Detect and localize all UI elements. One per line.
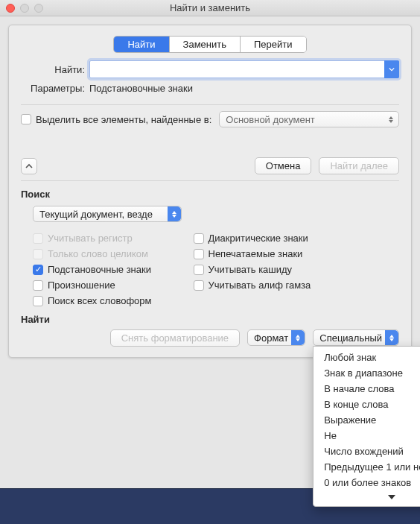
option-left-1: Только слово целиком bbox=[33, 248, 152, 259]
menu-more-icon[interactable] bbox=[314, 490, 420, 505]
option-left-0: Учитывать регистр bbox=[33, 233, 152, 244]
clear-formatting-button[interactable]: Снять форматирование bbox=[110, 329, 240, 347]
special-menu-item-0[interactable]: Любой знак bbox=[314, 350, 420, 365]
option-label: Произношение bbox=[48, 280, 115, 291]
mode-tabs: Найти Заменить Перейти bbox=[21, 36, 399, 53]
search-section-title: Поиск bbox=[21, 189, 399, 200]
option-label: Диакритические знаки bbox=[209, 233, 308, 244]
highlight-scope-value: Основной документ bbox=[226, 114, 315, 125]
special-menu-item-8[interactable]: 0 или более знаков bbox=[314, 475, 420, 490]
special-dropdown[interactable]: Специальный bbox=[313, 329, 399, 346]
checkbox-icon bbox=[33, 233, 43, 244]
special-menu-item-7[interactable]: Предыдущее 1 или несколько bbox=[314, 459, 420, 475]
checkbox-checked-icon bbox=[33, 265, 43, 275]
checkbox-icon bbox=[33, 296, 43, 306]
option-label: Поиск всех словоформ bbox=[48, 295, 152, 306]
option-left-4[interactable]: Поиск всех словоформ bbox=[33, 295, 152, 306]
checkbox-icon bbox=[21, 114, 31, 124]
highlight-scope-dropdown[interactable]: Основной документ bbox=[219, 111, 399, 127]
format-dropdown[interactable]: Формат bbox=[247, 329, 305, 346]
collapse-toggle[interactable] bbox=[21, 158, 37, 174]
option-label: Непечатаемые знаки bbox=[209, 248, 303, 259]
option-label: Учитывать кашиду bbox=[209, 264, 293, 275]
params-label: Параметры: bbox=[21, 83, 89, 94]
option-right-3[interactable]: Учитывать алиф гамза bbox=[194, 280, 311, 291]
search-scope-dropdown[interactable]: Текущий документ, везде bbox=[33, 206, 182, 222]
titlebar: Найти и заменить bbox=[0, 0, 420, 16]
highlight-all-label: Выделить все элементы, найденные в: bbox=[36, 114, 211, 125]
special-menu-item-2[interactable]: В начале слова bbox=[314, 381, 420, 397]
search-options: Учитывать регистрТолько слово целикомПод… bbox=[33, 233, 399, 306]
updown-icon bbox=[385, 113, 397, 125]
find-combo-arrow[interactable] bbox=[384, 60, 399, 78]
option-label: Только слово целиком bbox=[48, 248, 148, 259]
format-label: Формат bbox=[254, 332, 288, 344]
find-section-title: Найти bbox=[21, 314, 399, 325]
checkbox-icon bbox=[194, 249, 204, 259]
special-menu-item-1[interactable]: Знак в диапазоне bbox=[314, 365, 420, 381]
cancel-button[interactable]: Отмена bbox=[255, 157, 312, 174]
checkbox-icon bbox=[194, 233, 204, 244]
checkbox-icon bbox=[33, 249, 43, 259]
tab-replace[interactable]: Заменить bbox=[170, 37, 241, 52]
find-input[interactable] bbox=[89, 60, 399, 78]
updown-icon bbox=[168, 206, 181, 221]
highlight-all-checkbox[interactable]: Выделить все элементы, найденные в: bbox=[21, 114, 211, 125]
find-next-button[interactable]: Найти далее bbox=[319, 157, 399, 174]
updown-icon bbox=[385, 330, 398, 345]
search-scope-value: Текущий документ, везде bbox=[39, 209, 153, 220]
dialog-sheet: Найти Заменить Перейти Найти: Параметры:… bbox=[8, 25, 412, 358]
special-menu[interactable]: Любой знакЗнак в диапазонеВ начале слова… bbox=[313, 346, 420, 507]
option-left-2[interactable]: Подстановочные знаки bbox=[33, 264, 152, 275]
option-label: Подстановочные знаки bbox=[48, 264, 151, 275]
special-label: Специальный bbox=[319, 332, 382, 344]
updown-icon bbox=[291, 330, 305, 345]
special-menu-item-3[interactable]: В конце слова bbox=[314, 397, 420, 412]
find-combobox[interactable] bbox=[89, 60, 399, 78]
option-right-0[interactable]: Диакритические знаки bbox=[194, 233, 311, 244]
tab-goto[interactable]: Перейти bbox=[241, 37, 306, 52]
params-value: Подстановочные знаки bbox=[89, 83, 193, 94]
tab-find[interactable]: Найти bbox=[114, 37, 169, 52]
special-menu-item-4[interactable]: Выражение bbox=[314, 412, 420, 428]
option-label: Учитывать алиф гамза bbox=[209, 280, 311, 291]
option-right-1[interactable]: Непечатаемые знаки bbox=[194, 248, 311, 259]
option-label: Учитывать регистр bbox=[48, 233, 133, 244]
checkbox-icon bbox=[194, 280, 204, 291]
option-right-2[interactable]: Учитывать кашиду bbox=[194, 264, 311, 275]
find-label: Найти: bbox=[21, 64, 89, 75]
window-title: Найти и заменить bbox=[0, 2, 420, 13]
checkbox-icon bbox=[33, 280, 43, 291]
checkbox-icon bbox=[194, 265, 204, 275]
special-menu-item-6[interactable]: Число вхождений bbox=[314, 443, 420, 459]
special-menu-item-5[interactable]: Не bbox=[314, 428, 420, 443]
option-left-3[interactable]: Произношение bbox=[33, 280, 152, 291]
